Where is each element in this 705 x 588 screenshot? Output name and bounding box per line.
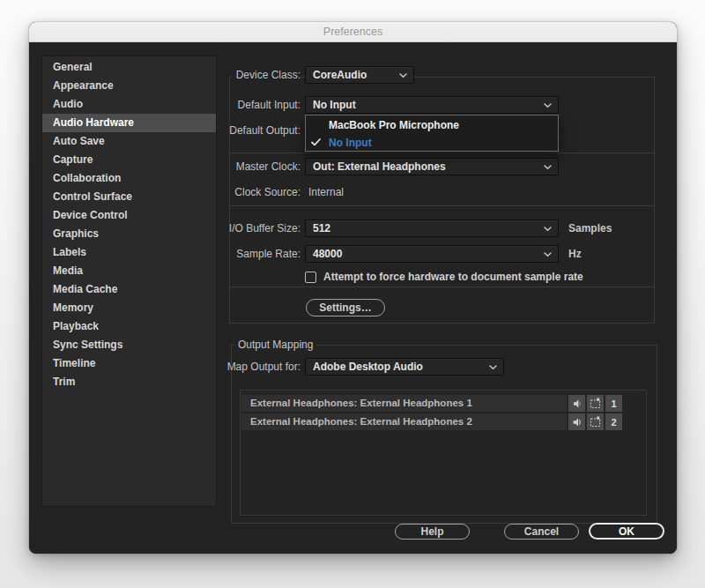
master-clock-dropdown[interactable]: Out: External Headphones <box>305 158 559 175</box>
sidebar-item-playback[interactable]: Playback <box>42 317 216 336</box>
marquee-map-icon <box>590 416 601 428</box>
window-title: Preferences <box>323 26 382 38</box>
menu-item-no-input[interactable]: No Input <box>306 134 558 152</box>
device-class-dropdown[interactable]: CoreAudio <box>305 66 414 84</box>
map-output-for-label: Map Output for: <box>152 361 301 373</box>
dialog-body: General Appearance Audio Audio Hardware … <box>29 43 677 554</box>
menu-item-macbook-pro-microphone[interactable]: MacBook Pro Microphone <box>306 116 558 134</box>
settings-button[interactable]: Settings… <box>306 299 385 316</box>
ok-button[interactable]: OK <box>589 523 664 540</box>
chevron-down-icon <box>489 365 497 370</box>
sidebar-item-sync-settings[interactable]: Sync Settings <box>42 336 216 354</box>
menu-item-label: MacBook Pro Microphone <box>329 119 459 131</box>
clock-source-label: Clock Source: <box>152 186 301 198</box>
default-output-label: Default Output: <box>152 124 301 137</box>
master-clock-value: Out: External Headphones <box>313 160 446 173</box>
output-channel-label: External Headphones: External Headphones… <box>241 413 567 430</box>
sample-rate-value: 48000 <box>313 248 342 260</box>
map-output-for-dropdown[interactable]: Adobe Desktop Audio <box>305 358 504 376</box>
help-button[interactable]: Help <box>395 524 470 540</box>
output-mapping-title: Output Mapping <box>234 339 316 351</box>
divider <box>230 287 654 287</box>
left-channel-speaker-button[interactable] <box>568 395 585 412</box>
default-input-dropdown[interactable]: No Input <box>305 96 559 114</box>
sample-rate-dropdown[interactable]: 48000 <box>305 245 559 263</box>
channel-map-button[interactable] <box>587 395 604 412</box>
output-channel-row: External Headphones: External Headphones… <box>241 413 622 430</box>
channel-map-button[interactable] <box>587 413 604 430</box>
chevron-down-icon <box>544 103 552 108</box>
chevron-down-icon <box>544 227 552 232</box>
master-clock-label: Master Clock: <box>152 160 301 173</box>
left-channel-speaker-icon <box>572 398 583 409</box>
io-buffer-size-value: 512 <box>313 222 330 234</box>
check-icon <box>311 138 321 146</box>
preferences-window: Preferences General Appearance Audio Aud… <box>29 22 677 554</box>
io-buffer-size-dropdown[interactable]: 512 <box>305 220 559 237</box>
output-channel-row: External Headphones: External Headphones… <box>241 395 622 412</box>
clock-source-value: Internal <box>308 186 344 198</box>
menu-item-label: No Input <box>329 137 372 149</box>
sample-rate-unit: Hz <box>568 248 582 260</box>
divider <box>230 205 654 206</box>
default-input-value: No Input <box>313 99 356 111</box>
channel-number-badge[interactable]: 2 <box>605 413 622 430</box>
preferences-sidebar: General Appearance Audio Audio Hardware … <box>41 56 217 507</box>
io-buffer-size-label: I/O Buffer Size: <box>152 222 301 234</box>
sample-rate-label: Sample Rate: <box>152 248 301 260</box>
map-output-for-value: Adobe Desktop Audio <box>313 361 423 373</box>
sidebar-item-appearance[interactable]: Appearance <box>42 77 216 95</box>
output-channel-label: External Headphones: External Headphones… <box>241 395 567 412</box>
screen: Preferences General Appearance Audio Aud… <box>0 0 705 588</box>
right-channel-speaker-button[interactable] <box>568 413 585 430</box>
right-channel-speaker-icon <box>572 417 583 428</box>
cancel-button[interactable]: Cancel <box>504 524 579 540</box>
window-titlebar[interactable]: Preferences <box>29 22 677 42</box>
chevron-down-icon <box>399 73 407 78</box>
sidebar-item-media[interactable]: Media <box>42 262 216 280</box>
sidebar-item-media-cache[interactable]: Media Cache <box>42 280 216 299</box>
force-sample-rate-checkbox[interactable] <box>305 272 316 283</box>
device-class-label: Device Class: <box>232 69 301 81</box>
marquee-map-icon <box>590 398 601 409</box>
sidebar-item-trim[interactable]: Trim <box>42 373 216 391</box>
sidebar-item-memory[interactable]: Memory <box>42 299 216 317</box>
divider <box>230 153 654 153</box>
sidebar-item-general[interactable]: General <box>42 58 216 77</box>
default-input-label: Default Input: <box>152 99 301 111</box>
force-sample-rate-label: Attempt to force hardware to document sa… <box>323 272 583 283</box>
device-class-value: CoreAudio <box>313 69 367 81</box>
io-buffer-unit: Samples <box>568 222 612 234</box>
default-input-menu: MacBook Pro Microphone No Input <box>305 115 559 152</box>
channel-number-badge[interactable]: 1 <box>605 395 622 412</box>
chevron-down-icon <box>544 165 552 170</box>
chevron-down-icon <box>544 252 552 257</box>
